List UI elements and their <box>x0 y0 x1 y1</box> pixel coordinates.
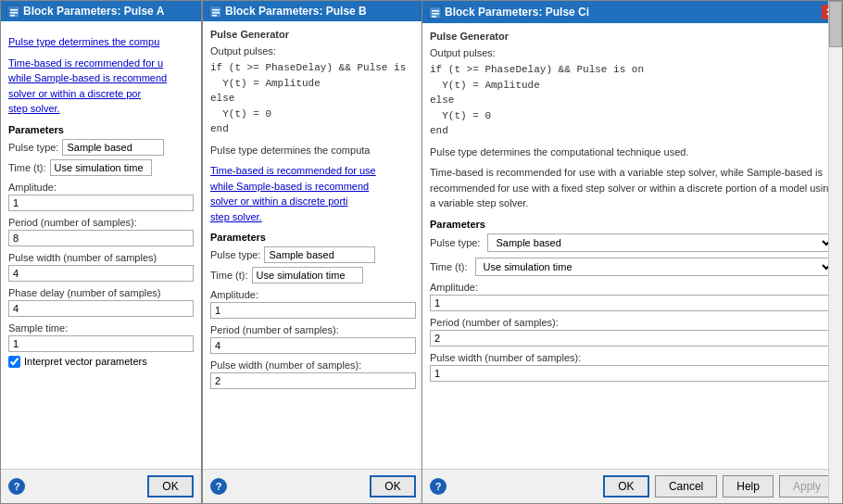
pulse-width-input-c[interactable] <box>430 365 835 382</box>
desc2-b: Time-based is recommended for use while … <box>210 163 416 224</box>
period-label-b: Period (number of samples): <box>210 324 416 335</box>
ok-button-b[interactable]: OK <box>370 475 416 498</box>
footer-right-b: OK <box>370 475 416 498</box>
content-b: Pulse Generator Output pulses: if (t >= … <box>203 21 423 469</box>
params-label-c: Parameters <box>430 219 835 230</box>
sample-time-label-a: Sample time: <box>8 322 194 334</box>
output-pulses-label-c: Output pulses: <box>430 47 835 58</box>
cancel-button-c[interactable]: Cancel <box>655 475 717 498</box>
pulse-type-input-a[interactable] <box>62 139 164 156</box>
pulse-type-row-b: Pulse type: <box>210 246 416 263</box>
code-block-b: if (t >= PhaseDelay) && Pulse is Y(t) = … <box>210 60 416 137</box>
scrollbar-thumb-c[interactable] <box>829 23 842 47</box>
time-input-b[interactable] <box>252 267 363 284</box>
desc1-c: Pulse type determines the computational … <box>430 145 835 160</box>
params-label-b: Parameters <box>210 232 416 243</box>
titlebar-left-c: Block Parameters: Pulse Ci <box>428 6 589 19</box>
time-select-c[interactable]: Use simulation time <box>475 258 835 276</box>
pulse-type-row-a: Pulse type: <box>8 139 194 156</box>
svg-rect-7 <box>212 15 217 17</box>
amplitude-label-b: Amplitude: <box>210 289 416 300</box>
titlebar-c: Block Parameters: Pulse Ci ✕ <box>422 1 842 23</box>
sample-time-input-a[interactable] <box>8 335 194 352</box>
time-row-a: Time (t): <box>8 159 194 176</box>
titlebar-left-b: Block Parameters: Pulse B <box>208 5 367 18</box>
dialog-pulse-c: Block Parameters: Pulse Ci ✕ Pulse Gener… <box>422 0 843 504</box>
pulse-type-label-b: Pulse type: <box>210 249 260 260</box>
content-c: Pulse Generator Output pulses: if (t >= … <box>422 23 842 469</box>
svg-rect-11 <box>432 16 436 18</box>
pulse-type-input-b[interactable] <box>264 246 375 263</box>
desc2-c: Time-based is recommended for use with a… <box>430 165 835 211</box>
title-icon-b <box>208 5 221 18</box>
ok-button-a[interactable]: OK <box>147 475 194 498</box>
svg-rect-10 <box>432 13 439 15</box>
params-label-a: Parameters <box>8 124 194 135</box>
desc-a: Time-based is recommended for u while Sa… <box>8 56 194 117</box>
help-icon-a[interactable]: ? <box>8 478 25 495</box>
time-label-b: Time (t): <box>210 270 248 281</box>
content-a: Pulse type determines the compu Time-bas… <box>1 21 201 469</box>
output-pulses-label-b: Output pulses: <box>210 45 416 57</box>
titlebar-left-a: Block Parameters: Pulse A <box>6 5 164 18</box>
footer-c: ? OK Cancel Help Apply <box>422 469 842 503</box>
checkbox-row-a: Interpret vector parameters <box>8 356 194 368</box>
code-block-c: if (t >= PhaseDelay) && Pulse is on Y(t)… <box>430 62 835 139</box>
title-icon-a <box>6 5 19 18</box>
ok-button-c[interactable]: OK <box>603 475 649 498</box>
dialog-pulse-b: Block Parameters: Pulse B Pulse Generato… <box>202 0 424 504</box>
title-icon-c <box>428 6 441 19</box>
desc-partial-a: Pulse type determines the compu <box>8 34 194 50</box>
pulse-type-select-c[interactable]: Sample based <box>487 233 835 252</box>
svg-rect-1 <box>10 9 18 11</box>
pulse-gen-label-c: Pulse Generator <box>430 31 835 42</box>
scrollbar-c[interactable] <box>828 23 842 469</box>
amplitude-input-c[interactable] <box>430 295 835 311</box>
checkbox-label-a: Interpret vector parameters <box>24 356 147 367</box>
time-input-a[interactable] <box>50 159 152 176</box>
pulse-width-input-a[interactable] <box>8 265 194 282</box>
help-button-c[interactable]: Help <box>723 475 774 498</box>
period-input-a[interactable] <box>8 230 194 246</box>
svg-rect-5 <box>212 9 220 11</box>
amplitude-label-a: Amplitude: <box>8 182 194 193</box>
pulse-width-label-b: Pulse width (number of samples): <box>210 359 416 371</box>
period-input-b[interactable] <box>210 337 416 354</box>
time-label-a: Time (t): <box>8 162 46 173</box>
svg-rect-3 <box>10 15 15 17</box>
pulse-width-label-c: Pulse width (number of samples): <box>430 352 835 363</box>
time-label-c: Time (t): <box>430 261 468 272</box>
amplitude-label-c: Amplitude: <box>430 282 835 293</box>
amplitude-input-a[interactable] <box>8 195 194 211</box>
svg-rect-2 <box>10 12 18 14</box>
pulse-type-row-c: Pulse type: Sample based <box>430 233 835 252</box>
phase-delay-input-a[interactable] <box>8 300 194 317</box>
titlebar-b: Block Parameters: Pulse B <box>203 1 423 21</box>
svg-rect-9 <box>432 10 439 12</box>
interpret-checkbox-a[interactable] <box>8 356 20 368</box>
titlebar-text-c: Block Parameters: Pulse Ci <box>445 6 589 19</box>
footer-right-c: OK Cancel Help Apply <box>603 475 835 498</box>
time-row-b: Time (t): <box>210 267 416 284</box>
svg-rect-6 <box>212 12 220 14</box>
titlebar-a: Block Parameters: Pulse A <box>1 1 201 21</box>
amplitude-input-b[interactable] <box>210 302 416 319</box>
titlebar-text-a: Block Parameters: Pulse A <box>23 5 164 18</box>
help-icon-b[interactable]: ? <box>210 478 227 495</box>
pulse-gen-label-b: Pulse Generator <box>210 29 416 40</box>
period-label-c: Period (number of samples): <box>430 317 835 328</box>
help-icon-c[interactable]: ? <box>430 478 447 495</box>
period-input-c[interactable] <box>430 330 835 346</box>
phase-delay-label-a: Phase delay (number of samples) <box>8 287 194 298</box>
footer-right-a: OK <box>147 475 194 498</box>
period-label-a: Period (number of samples): <box>8 217 194 228</box>
pulse-width-input-b[interactable] <box>210 372 416 389</box>
footer-b: ? OK <box>203 469 423 503</box>
dialog-pulse-a: Block Parameters: Pulse A Pulse type det… <box>0 0 202 504</box>
desc1-b: Pulse type determines the computa <box>210 143 416 158</box>
titlebar-text-b: Block Parameters: Pulse B <box>225 5 367 18</box>
pulse-type-label-c: Pulse type: <box>430 237 480 248</box>
pulse-type-label-a: Pulse type: <box>8 142 58 153</box>
apply-button-c[interactable]: Apply <box>779 475 835 498</box>
time-row-c: Time (t): Use simulation time <box>430 258 835 276</box>
